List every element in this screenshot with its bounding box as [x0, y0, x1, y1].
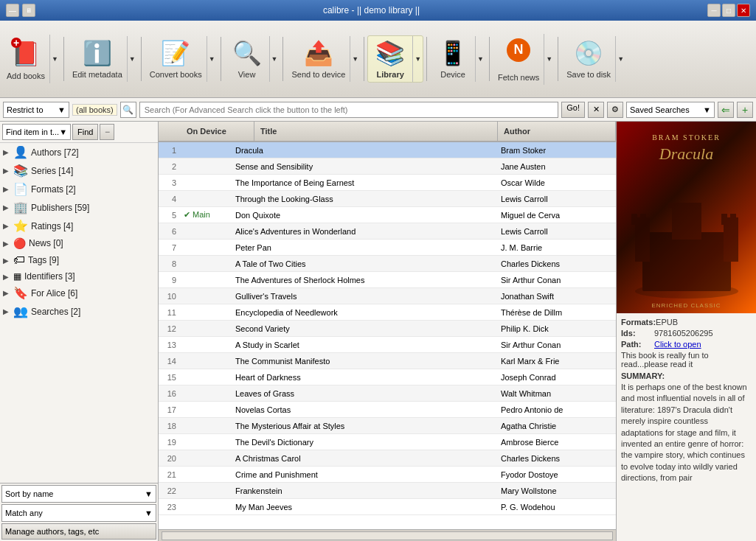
search-options-button[interactable]: ⚙ — [607, 102, 623, 118]
sidebar-item-authors[interactable]: ▶ 👤 Authors [72] — [0, 143, 158, 161]
convert-books-label: Convert books — [150, 70, 202, 79]
fetch-news-button[interactable]: N Fetch news — [493, 34, 544, 85]
go-button[interactable]: Go! — [561, 102, 585, 118]
minimize-btn[interactable]: — — [6, 4, 19, 17]
table-row[interactable]: 4 Through the Looking-Glass Lewis Carrol… — [159, 191, 616, 207]
table-row[interactable]: 14 The Communist Manifesto Karl Marx & F… — [159, 353, 616, 369]
sidebar-item-ratings[interactable]: ▶ ⭐ Ratings [4] — [0, 217, 158, 235]
clear-search-button[interactable]: ✕ — [588, 102, 604, 118]
table-row[interactable]: 1 Dracula Bram Stoker — [159, 142, 616, 158]
minimize-button[interactable]: ─ — [707, 4, 721, 17]
row-number: 2 — [159, 162, 181, 171]
add-books-dropdown[interactable]: ▼ — [49, 35, 60, 83]
sidebar-item-identifiers[interactable]: ▶ ▦ Identifiers [3] — [0, 269, 158, 284]
close-button[interactable]: ✕ — [737, 4, 750, 17]
cover-title: Dracula — [659, 144, 713, 164]
system-menu[interactable]: 🖥 — [22, 4, 35, 17]
add-books-button[interactable]: 📕 + Add books — [2, 35, 49, 83]
edit-metadata-btn-group[interactable]: ℹ️ Edit metadata ▼ — [67, 35, 138, 83]
table-row[interactable]: 2 Sense and Sensibility Jane Austen — [159, 158, 616, 175]
library-button[interactable]: 📚 Library — [368, 36, 412, 82]
svg-text:N: N — [514, 42, 524, 57]
sidebar-item-formats[interactable]: ▶ 📄 Formats [2] — [0, 180, 158, 198]
author-cell: Lewis Carroll — [498, 195, 616, 203]
device-label: Device — [440, 70, 465, 79]
manage-button[interactable]: Manage authors, tags, etc — [1, 523, 156, 540]
sidebar-tree: ▶ 👤 Authors [72] ▶ 📚 Series [14] ▶ 📄 For… — [0, 143, 158, 483]
sidebar-item-series[interactable]: ▶ 📚 Series [14] — [0, 161, 158, 180]
table-row[interactable]: 6 Alice's Adventures in Wonderland Lewis… — [159, 223, 616, 240]
table-row[interactable]: 22 Frankenstein Mary Wollstone — [159, 483, 616, 499]
device-btn-group[interactable]: 📱 Device ▼ — [430, 35, 486, 83]
view-btn-group[interactable]: 🔍 View ▼ — [224, 35, 280, 83]
cover-image: BRAM STOKER Dracula — [617, 122, 756, 313]
sidebar-item-publishers[interactable]: ▶ 🏢 Publishers [59] — [0, 198, 158, 217]
table-row[interactable]: 23 My Man Jeeves P. G. Wodehou — [159, 499, 616, 515]
send-device-dropdown[interactable]: ▼ — [350, 36, 360, 82]
find-category-combo[interactable]: Find item in t... ▼ — [2, 124, 71, 140]
restore-search-button[interactable]: ⇐ — [718, 102, 734, 118]
convert-books-dropdown[interactable]: ▼ — [207, 36, 217, 82]
table-row[interactable]: 7 Peter Pan J. M. Barrie — [159, 240, 616, 256]
library-dropdown[interactable]: ▼ — [412, 36, 423, 82]
table-row[interactable]: 13 A Study in Scarlet Sir Arthur Conan — [159, 337, 616, 353]
fetch-news-label: Fetch news — [498, 73, 539, 82]
add-books-btn-group[interactable]: 📕 + Add books ▼ — [1, 34, 60, 84]
convert-books-btn-group[interactable]: 📝 Convert books ▼ — [145, 35, 218, 83]
find-button[interactable]: Find — [72, 124, 98, 140]
path-link[interactable]: Click to open — [654, 340, 752, 349]
table-row[interactable]: 12 Second Variety Philip K. Dick — [159, 321, 616, 337]
title-column-header[interactable]: Title — [254, 122, 498, 141]
advanced-search-button[interactable]: 🔍 — [120, 102, 136, 118]
fetch-news-dropdown[interactable]: ▼ — [544, 34, 554, 85]
fetch-news-btn-group[interactable]: N Fetch news ▼ — [493, 33, 555, 85]
author-cell: P. G. Wodehou — [498, 503, 616, 512]
table-row[interactable]: 10 Gulliver's Travels Jonathan Swift — [159, 288, 616, 304]
device-button[interactable]: 📱 Device — [431, 36, 475, 82]
saved-searches-combo[interactable]: Saved Searches ▼ — [626, 102, 715, 118]
sidebar-item-searches[interactable]: ▶ 👥 Searches [2] — [0, 302, 158, 321]
title-bar: — 🖥 calibre - || demo library || ─ □ ✕ — [0, 0, 756, 21]
send-to-device-button[interactable]: 📤 Send to device — [287, 36, 350, 82]
maximize-button[interactable]: □ — [722, 4, 735, 17]
table-row[interactable]: 17 Novelas Cortas Pedro Antonio de — [159, 402, 616, 418]
sort-by-combo[interactable]: Sort by name ▼ — [1, 485, 156, 503]
device-icon: 📱 — [438, 39, 468, 67]
edit-metadata-dropdown[interactable]: ▼ — [127, 36, 137, 82]
view-dropdown[interactable]: ▼ — [269, 36, 280, 82]
table-row[interactable]: 19 The Devil's Dictionary Ambrose Bierce — [159, 434, 616, 450]
device-dropdown[interactable]: ▼ — [475, 36, 485, 82]
table-row[interactable]: 18 The Mysterious Affair at Styles Agath… — [159, 418, 616, 434]
restrict-to-combo[interactable]: Restrict to ▼ — [3, 102, 69, 118]
table-row[interactable]: 9 The Adventures of Sherlock Holmes Sir … — [159, 272, 616, 288]
table-row[interactable]: 8 A Tale of Two Cities Charles Dickens — [159, 256, 616, 272]
convert-books-button[interactable]: 📝 Convert books — [145, 36, 207, 82]
save-disk-dropdown[interactable]: ▼ — [615, 36, 625, 82]
edit-metadata-button[interactable]: ℹ️ Edit metadata — [68, 36, 127, 82]
clear-find-button[interactable]: − — [100, 124, 114, 140]
sidebar-item-for-alice[interactable]: ▶ 🔖 For Alice [6] — [0, 284, 158, 302]
view-button[interactable]: 🔍 View — [225, 36, 269, 82]
sidebar-item-news[interactable]: ▶ 🔴 News [0] — [0, 235, 158, 251]
on-device-column-header[interactable]: On Device — [181, 122, 254, 141]
title-cell: Don Quixote — [232, 211, 498, 220]
send-device-btn-group[interactable]: 📤 Send to device ▼ — [286, 35, 361, 83]
table-row[interactable]: 16 Leaves of Grass Walt Whitman — [159, 385, 616, 402]
horizontal-scrollbar[interactable] — [162, 531, 613, 540]
save-disk-btn-group[interactable]: 💿 Save to disk ▼ — [561, 35, 626, 83]
searches-label: Searches [2] — [31, 307, 80, 317]
author-cell: Jane Austen — [498, 162, 616, 171]
table-row[interactable]: 15 Heart of Darkness Joseph Conrad — [159, 369, 616, 385]
table-row[interactable]: 3 The Importance of Being Earnest Oscar … — [159, 175, 616, 191]
library-btn-group[interactable]: 📚 Library ▼ — [367, 35, 423, 83]
table-row[interactable]: 20 A Christmas Carol Charles Dickens — [159, 450, 616, 467]
author-column-header[interactable]: Author — [498, 122, 616, 141]
table-row[interactable]: 11 Encyclopedia of Needlework Thérèse de… — [159, 304, 616, 321]
save-to-disk-button[interactable]: 💿 Save to disk — [562, 36, 615, 82]
table-row[interactable]: 21 Crime and Punishment Fyodor Dostoye — [159, 467, 616, 483]
search-input[interactable] — [139, 102, 559, 118]
table-row[interactable]: 5 ✔ Main Don Quixote Miguel de Cerva — [159, 207, 616, 223]
sidebar-item-tags[interactable]: ▶ 🏷 Tags [9] — [0, 251, 158, 269]
add-saved-search-button[interactable]: + — [737, 102, 753, 118]
match-combo[interactable]: Match any ▼ — [1, 504, 156, 522]
